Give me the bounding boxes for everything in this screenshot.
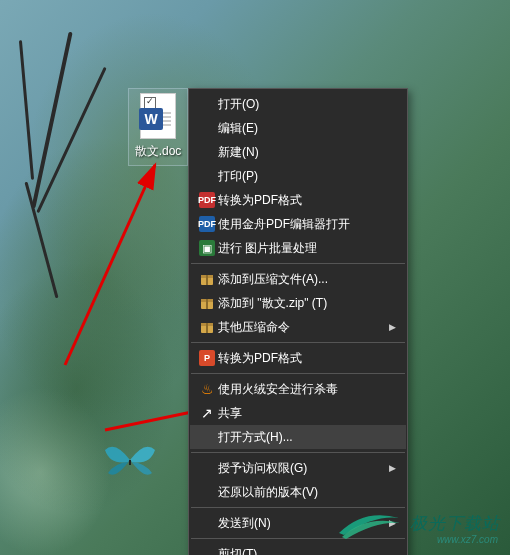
menu-separator: [191, 452, 405, 453]
menu-item-open-with[interactable]: 打开方式(H)...: [190, 425, 406, 449]
menu-item-huorong-scan[interactable]: ♨ 使用火绒安全进行杀毒: [190, 377, 406, 401]
zip-icon: [196, 295, 218, 311]
menu-item-send-to[interactable]: 发送到(N) ▶: [190, 511, 406, 535]
menu-label: 转换为PDF格式: [218, 192, 396, 209]
context-menu: 打开(O) 编辑(E) 新建(N) 打印(P) PDF 转换为PDF格式 PDF…: [188, 88, 408, 555]
menu-label: 发送到(N): [218, 515, 389, 532]
menu-separator: [191, 538, 405, 539]
menu-label: 打开方式(H)...: [218, 429, 396, 446]
word-badge: W: [139, 108, 163, 130]
zip-icon: [196, 271, 218, 287]
menu-label: 其他压缩命令: [218, 319, 389, 336]
menu-label: 新建(N): [218, 144, 396, 161]
menu-item-jinzhou-pdf[interactable]: PDF 使用金舟PDF编辑器打开: [190, 212, 406, 236]
pdf-blue-icon: PDF: [196, 216, 218, 232]
menu-label: 添加到 "散文.zip" (T): [218, 295, 396, 312]
share-icon: ↗: [196, 405, 218, 421]
word-document-icon: W: [140, 93, 176, 139]
menu-label: 编辑(E): [218, 120, 396, 137]
pdf-red-icon: PDF: [196, 192, 218, 208]
menu-label: 还原以前的版本(V): [218, 484, 396, 501]
menu-item-share[interactable]: ↗ 共享: [190, 401, 406, 425]
zip-icon: [196, 319, 218, 335]
submenu-arrow-icon: ▶: [389, 518, 396, 528]
menu-label: 打印(P): [218, 168, 396, 185]
menu-item-convert-pdf-alt[interactable]: P 转换为PDF格式: [190, 346, 406, 370]
menu-label: 转换为PDF格式: [218, 350, 396, 367]
menu-item-grant-access[interactable]: 授予访问权限(G) ▶: [190, 456, 406, 480]
menu-item-convert-pdf[interactable]: PDF 转换为PDF格式: [190, 188, 406, 212]
svg-rect-8: [206, 299, 208, 309]
menu-label: 使用金舟PDF编辑器打开: [218, 216, 396, 233]
menu-separator: [191, 263, 405, 264]
menu-item-other-compress[interactable]: 其他压缩命令 ▶: [190, 315, 406, 339]
menu-separator: [191, 373, 405, 374]
menu-item-image-batch[interactable]: ▣ 进行 图片批量处理: [190, 236, 406, 260]
pdf-orange-icon: P: [196, 350, 218, 366]
menu-item-edit[interactable]: 编辑(E): [190, 116, 406, 140]
desktop-background: W 散文.doc 打开(O): [0, 0, 510, 555]
image-icon: ▣: [196, 240, 218, 256]
menu-item-add-zip[interactable]: 添加到 "散文.zip" (T): [190, 291, 406, 315]
menu-item-open[interactable]: 打开(O): [190, 92, 406, 116]
submenu-arrow-icon: ▶: [389, 322, 396, 332]
menu-label: 使用火绒安全进行杀毒: [218, 381, 396, 398]
menu-item-restore-versions[interactable]: 还原以前的版本(V): [190, 480, 406, 504]
menu-label: 打开(O): [218, 96, 396, 113]
menu-label: 剪切(T): [218, 546, 396, 556]
menu-label: 授予访问权限(G): [218, 460, 389, 477]
svg-rect-5: [206, 275, 208, 285]
fire-icon: ♨: [196, 381, 218, 397]
menu-item-new[interactable]: 新建(N): [190, 140, 406, 164]
menu-separator: [191, 342, 405, 343]
menu-item-cut[interactable]: 剪切(T): [190, 542, 406, 555]
menu-separator: [191, 507, 405, 508]
menu-label: 进行 图片批量处理: [218, 240, 396, 257]
desktop-file-word-doc[interactable]: W 散文.doc: [128, 88, 188, 166]
file-label: 散文.doc: [135, 143, 182, 160]
submenu-arrow-icon: ▶: [389, 463, 396, 473]
menu-item-print[interactable]: 打印(P): [190, 164, 406, 188]
menu-label: 共享: [218, 405, 396, 422]
menu-item-add-archive[interactable]: 添加到压缩文件(A)...: [190, 267, 406, 291]
wallpaper-butterfly: [100, 435, 160, 485]
menu-label: 添加到压缩文件(A)...: [218, 271, 396, 288]
svg-rect-11: [206, 323, 208, 333]
